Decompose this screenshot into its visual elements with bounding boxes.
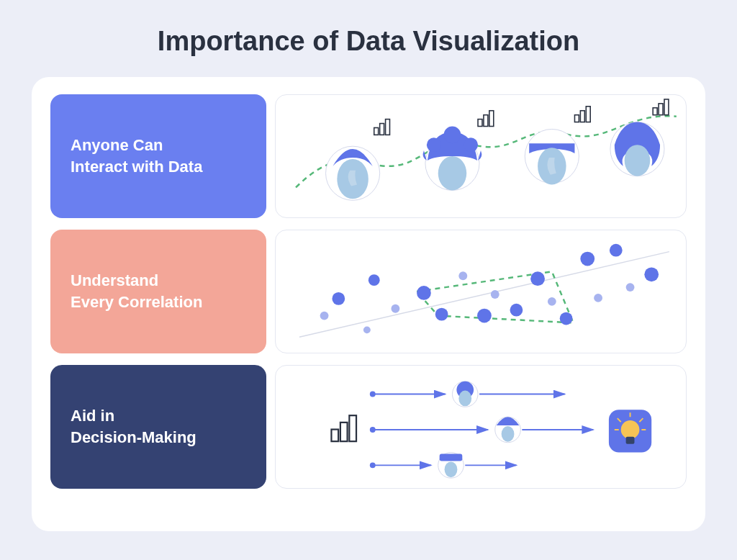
avatar-mini-2 — [495, 417, 521, 443]
label-interact-text: Anyone CanInteract with Data — [71, 135, 202, 177]
card: Anyone CanInteract with Data — [32, 77, 705, 531]
svg-point-24 — [332, 292, 345, 305]
svg-point-32 — [491, 290, 499, 299]
svg-point-3 — [427, 137, 441, 152]
page-title: Importance of Data Visualization — [32, 26, 705, 57]
svg-rect-58 — [626, 437, 635, 444]
svg-rect-12 — [380, 124, 384, 135]
label-decision-text: Aid inDecision-Making — [71, 405, 196, 448]
svg-point-57 — [621, 420, 640, 439]
svg-point-4 — [464, 137, 478, 152]
svg-point-52 — [502, 426, 515, 442]
svg-point-29 — [435, 308, 448, 321]
illus-interact-svg — [276, 95, 686, 217]
svg-point-26 — [368, 274, 380, 286]
illus-decision — [275, 365, 687, 489]
svg-rect-11 — [374, 127, 379, 135]
avatar-mini-1 — [452, 381, 478, 407]
svg-rect-15 — [484, 115, 488, 127]
svg-rect-42 — [331, 430, 338, 442]
svg-rect-21 — [659, 104, 663, 115]
svg-point-35 — [548, 297, 556, 306]
svg-point-40 — [626, 283, 635, 292]
label-interact: Anyone CanInteract with Data — [50, 94, 266, 218]
avatar-2 — [423, 126, 482, 190]
svg-rect-17 — [574, 115, 579, 122]
svg-rect-20 — [653, 108, 657, 115]
svg-point-6 — [438, 156, 467, 190]
svg-point-36 — [560, 312, 573, 325]
svg-point-37 — [580, 252, 594, 266]
svg-point-31 — [477, 309, 492, 323]
svg-point-30 — [458, 271, 467, 280]
trend-axis-icon — [299, 252, 669, 338]
label-correlation-text: UnderstandEvery Correlation — [71, 270, 202, 312]
illus-correlation — [275, 230, 687, 353]
bar-chart-icon — [574, 107, 590, 122]
svg-point-41 — [644, 267, 659, 281]
svg-point-33 — [510, 304, 523, 317]
svg-rect-44 — [349, 415, 356, 441]
avatar-4 — [610, 122, 664, 176]
svg-point-23 — [320, 312, 329, 320]
svg-point-39 — [610, 244, 623, 257]
svg-rect-54 — [440, 454, 463, 461]
svg-rect-43 — [340, 423, 348, 441]
svg-point-27 — [391, 304, 399, 313]
avatar-3 — [525, 129, 579, 184]
bar-chart-icon — [478, 111, 494, 127]
illus-interact — [275, 94, 687, 218]
svg-rect-19 — [586, 107, 590, 122]
svg-rect-16 — [489, 111, 494, 127]
illus-decision-svg — [276, 366, 686, 488]
label-decision: Aid inDecision-Making — [50, 365, 266, 489]
svg-point-34 — [530, 271, 545, 286]
svg-rect-13 — [386, 119, 390, 135]
avatar-mini-3 — [438, 453, 464, 479]
svg-point-50 — [458, 391, 471, 407]
label-correlation: UnderstandEvery Correlation — [50, 230, 266, 353]
svg-rect-14 — [478, 119, 482, 127]
avatar-1 — [326, 146, 380, 200]
page: Importance of Data Visualization Anyone … — [0, 0, 737, 560]
illus-correlation-svg — [276, 230, 686, 353]
lightbulb-icon — [609, 410, 651, 452]
svg-point-55 — [445, 461, 458, 477]
bar-chart-icon — [653, 99, 669, 115]
bar-chart-icon — [374, 119, 390, 135]
svg-point-10 — [625, 145, 651, 176]
svg-point-38 — [594, 294, 602, 302]
svg-point-5 — [444, 126, 461, 143]
bar-chart-icon — [331, 415, 356, 441]
svg-rect-22 — [664, 99, 669, 115]
svg-rect-18 — [580, 111, 584, 122]
svg-point-28 — [417, 286, 431, 300]
svg-point-25 — [363, 326, 371, 333]
